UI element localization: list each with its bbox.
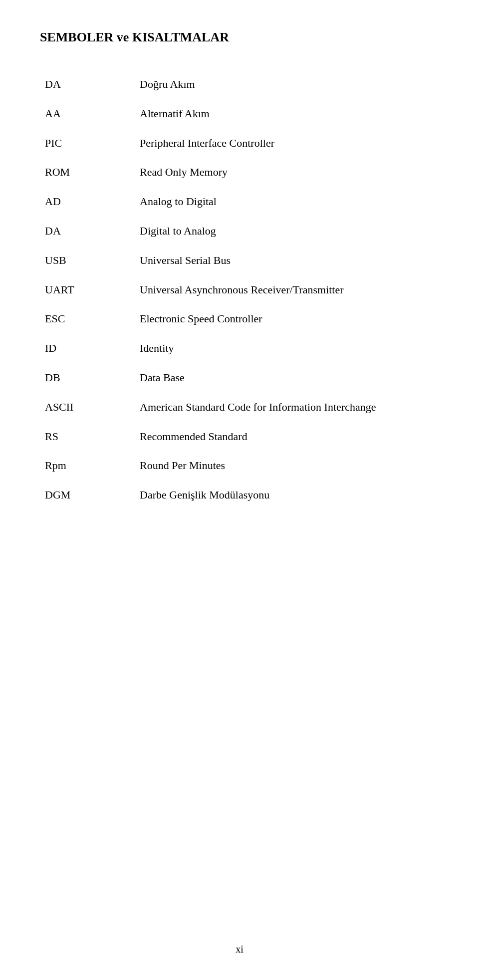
abbreviation-definition: Recommended Standard <box>140 422 439 452</box>
page-title: SEMBOLER ve KISALTMALAR <box>40 30 439 45</box>
abbreviation-term: USB <box>40 246 140 275</box>
table-row: DBData Base <box>40 363 439 393</box>
abbreviation-definition: American Standard Code for Information I… <box>140 393 439 422</box>
table-row: AAAlternatif Akım <box>40 99 439 129</box>
table-row: DGMDarbe Genişlik Modülasyonu <box>40 481 439 510</box>
abbreviation-definition: Alternatif Akım <box>140 99 439 129</box>
table-row: DADoğru Akım <box>40 70 439 99</box>
abbreviation-term: Rpm <box>40 451 140 481</box>
abbreviation-definition: Data Base <box>140 363 439 393</box>
abbreviation-definition: Digital to Analog <box>140 217 439 246</box>
abbreviation-term: ID <box>40 334 140 363</box>
abbreviation-term: AD <box>40 187 140 217</box>
abbreviation-term: ASCII <box>40 393 140 422</box>
abbreviation-definition: Darbe Genişlik Modülasyonu <box>140 481 439 510</box>
abbreviation-definition: Doğru Akım <box>140 70 439 99</box>
page-footer: xi <box>0 944 479 955</box>
table-row: DADigital to Analog <box>40 217 439 246</box>
abbreviation-term: DA <box>40 217 140 246</box>
table-row: USBUniversal Serial Bus <box>40 246 439 275</box>
table-row: ESCElectronic Speed Controller <box>40 304 439 334</box>
abbreviation-term: PIC <box>40 129 140 158</box>
abbreviation-definition: Round Per Minutes <box>140 451 439 481</box>
abbreviation-definition: Identity <box>140 334 439 363</box>
abbreviation-term: ROM <box>40 158 140 187</box>
abbreviation-definition: Electronic Speed Controller <box>140 304 439 334</box>
abbreviation-term: DA <box>40 70 140 99</box>
abbreviation-term: UART <box>40 275 140 305</box>
table-row: ROMRead Only Memory <box>40 158 439 187</box>
table-row: PICPeripheral Interface Controller <box>40 129 439 158</box>
abbreviation-definition: Universal Asynchronous Receiver/Transmit… <box>140 275 439 305</box>
table-row: IDIdentity <box>40 334 439 363</box>
table-row: RSRecommended Standard <box>40 422 439 452</box>
abbreviation-term: ESC <box>40 304 140 334</box>
abbreviation-term: DB <box>40 363 140 393</box>
table-row: ADAnalog to Digital <box>40 187 439 217</box>
table-row: UARTUniversal Asynchronous Receiver/Tran… <box>40 275 439 305</box>
abbreviation-term: DGM <box>40 481 140 510</box>
abbreviations-table: DADoğru AkımAAAlternatif AkımPICPeripher… <box>40 70 439 510</box>
abbreviation-term: RS <box>40 422 140 452</box>
table-row: ASCIIAmerican Standard Code for Informat… <box>40 393 439 422</box>
table-row: RpmRound Per Minutes <box>40 451 439 481</box>
abbreviation-definition: Analog to Digital <box>140 187 439 217</box>
abbreviation-definition: Peripheral Interface Controller <box>140 129 439 158</box>
abbreviation-definition: Universal Serial Bus <box>140 246 439 275</box>
abbreviation-definition: Read Only Memory <box>140 158 439 187</box>
abbreviation-term: AA <box>40 99 140 129</box>
